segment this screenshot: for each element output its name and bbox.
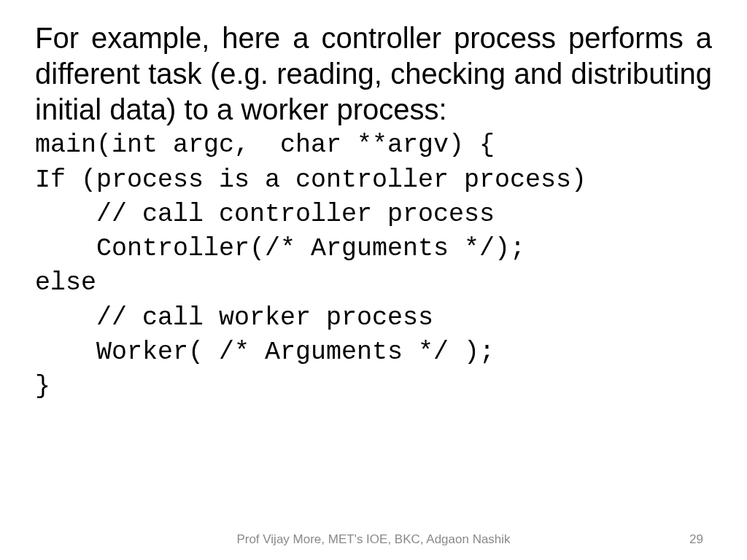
slide-footer: Prof Vijay More, MET's IOE, BKC, Adgaon …: [0, 532, 747, 547]
body-paragraph: For example, here a controller process p…: [35, 20, 712, 127]
footer-credit: Prof Vijay More, MET's IOE, BKC, Adgaon …: [236, 532, 510, 547]
code-block: main(int argc, char **argv) { If (proces…: [35, 128, 712, 404]
slide-content: For example, here a controller process p…: [0, 0, 747, 560]
page-number: 29: [689, 532, 703, 547]
